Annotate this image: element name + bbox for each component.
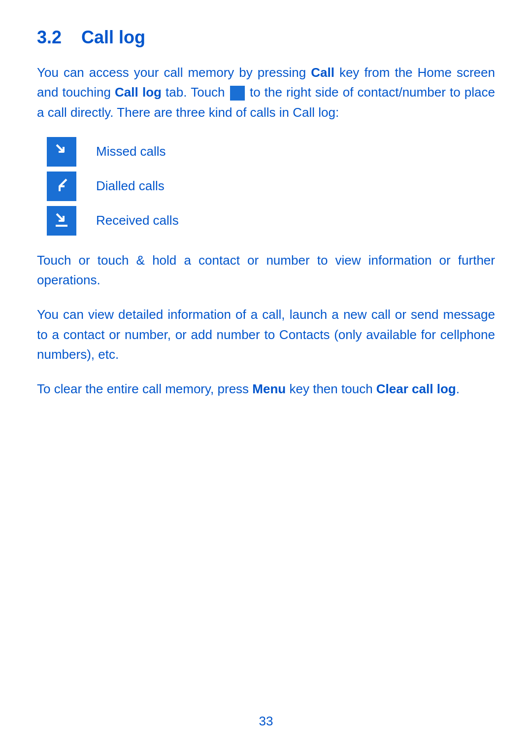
svg-line-1 [60,179,66,186]
call-inline-icon [230,86,245,101]
clear-bold-clearlog: Clear call log [376,381,456,396]
call-type-missed: Missed calls [47,137,495,167]
intro-text-3: tab. Touch [166,85,225,100]
clear-text-1: To clear the entire call memory, press [37,381,249,396]
svg-line-2 [57,214,64,221]
call-type-dialled: Dialled calls [47,172,495,201]
intro-paragraph: You can access your call memory by press… [37,63,495,122]
received-calls-icon [47,206,76,236]
touch-paragraph: Touch or touch & hold a contact or numbe… [37,250,495,290]
intro-text-1: You can access your call memory by press… [37,65,306,80]
intro-bold-call: Call [311,65,334,80]
svg-line-0 [57,145,64,152]
clear-text-3: . [456,381,460,396]
detail-paragraph: You can view detailed information of a c… [37,305,495,364]
clear-paragraph: To clear the entire call memory, press M… [37,379,495,399]
clear-text-2: key then touch [289,381,372,396]
section-number: 3.2 [37,27,62,47]
intro-bold-calllog: Call log [115,85,162,100]
missed-calls-icon [47,137,76,167]
clear-bold-menu: Menu [252,381,286,396]
call-type-received: Received calls [47,206,495,236]
page-number: 33 [259,714,273,729]
dialled-calls-icon [47,172,76,201]
section-name: Call log [81,27,145,47]
section-title: 3.2 Call log [37,27,495,48]
missed-calls-label: Missed calls [96,144,166,159]
received-calls-label: Received calls [96,213,179,228]
dialled-calls-label: Dialled calls [96,178,165,194]
call-types-list: Missed calls Dialled calls [47,137,495,236]
page: 3.2 Call log You can access your call me… [0,0,532,756]
